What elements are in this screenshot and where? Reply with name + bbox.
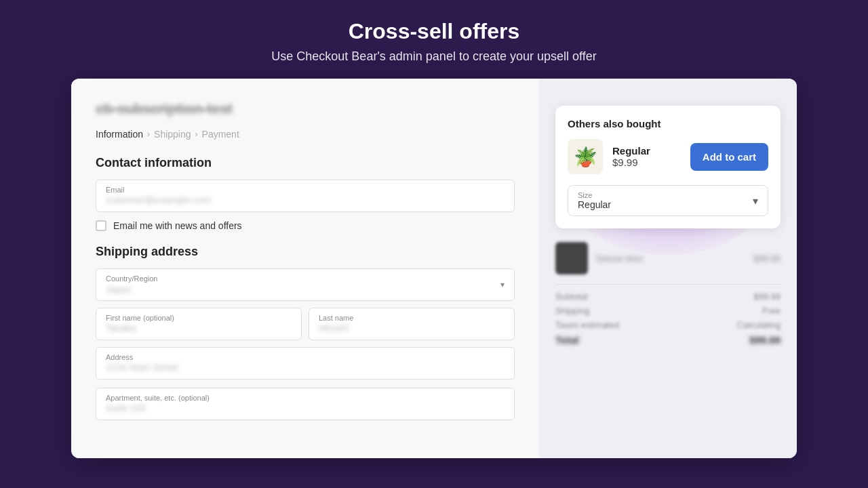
apartment-field[interactable]: Apartment, suite, etc. (optional) Suite … [96, 388, 515, 420]
name-fields-row: First name (optional) Tanaka Last name H… [96, 308, 515, 340]
order-item-price: $99.99 [753, 253, 781, 264]
shipping-label: Shipping [555, 306, 590, 316]
last-name-value: Hiroshi [319, 323, 349, 333]
product-image: 🪴 [568, 139, 603, 174]
shipping-row: Shipping Free [555, 306, 781, 316]
offer-title: Others also bought [568, 118, 768, 129]
size-label: Size [578, 191, 611, 199]
subtotal-label: Subtotal [555, 291, 588, 302]
taxes-value: Calculating [737, 320, 781, 330]
order-summary-panel: Others also bought 🪴 Regular $9.99 Add t… [539, 79, 797, 458]
page-header: Cross-sell offers Use Checkout Bear's ad… [258, 0, 610, 79]
country-chevron-icon: ▾ [500, 280, 505, 289]
first-name-field[interactable]: First name (optional) Tanaka [96, 308, 302, 340]
breadcrumb-shipping[interactable]: Shipping [154, 129, 191, 140]
breadcrumb: Information › Shipping › Payment [96, 129, 515, 140]
order-item: Deluxe Item $99.99 [555, 242, 781, 274]
order-totals: Subtotal $99.99 Shipping Free Taxes esti… [555, 284, 781, 346]
product-name: Regular [612, 145, 681, 157]
apartment-group: Apartment, suite, etc. (optional) Suite … [96, 388, 515, 420]
email-field-wrapper[interactable]: Email customer@example.com [96, 180, 515, 212]
country-select[interactable]: Country/Region Japan ▾ [96, 268, 515, 301]
main-card: cb-subscription-test Information › Shipp… [71, 79, 797, 458]
apartment-value: Suite 100 [106, 403, 146, 413]
checkout-left-panel: cb-subscription-test Information › Shipp… [71, 79, 539, 458]
first-name-label: First name (optional) [106, 314, 292, 322]
last-name-label: Last name [319, 314, 505, 322]
add-to-cart-button[interactable]: Add to cart [690, 143, 768, 171]
subtotal-row: Subtotal $99.99 [555, 291, 781, 302]
shipping-section: Shipping address Country/Region Japan ▾ … [96, 245, 515, 420]
taxes-row: Taxes estimated Calculating [555, 320, 781, 330]
grand-total-row: Total $99.99 [555, 334, 781, 346]
breadcrumb-sep-1: › [147, 129, 150, 139]
order-summary: Deluxe Item $99.99 Subtotal $99.99 Shipp… [555, 242, 781, 346]
taxes-label: Taxes estimated [555, 320, 619, 330]
email-label: Email [106, 186, 505, 194]
shipping-section-title: Shipping address [96, 245, 515, 259]
address-label: Address [106, 353, 505, 361]
contact-section-title: Contact information [96, 156, 515, 170]
product-emoji: 🪴 [574, 146, 597, 168]
email-opt-in-checkbox[interactable] [96, 220, 106, 231]
breadcrumb-sep-2: › [195, 129, 198, 139]
email-group: Email customer@example.com [96, 180, 515, 212]
country-value: Japan [106, 284, 132, 295]
breadcrumb-information[interactable]: Information [96, 129, 143, 140]
last-name-field[interactable]: Last name Hiroshi [309, 308, 515, 340]
shipping-value: Free [762, 306, 781, 316]
size-value: Regular [578, 199, 611, 210]
page-subtitle: Use Checkout Bear's admin panel to creat… [271, 49, 596, 64]
address-value: 1234 Main Street [106, 362, 178, 373]
offer-product-row: 🪴 Regular $9.99 Add to cart [568, 139, 768, 174]
address-group: Address 1234 Main Street [96, 347, 515, 380]
address-field[interactable]: Address 1234 Main Street [96, 347, 515, 380]
order-item-name: Deluxe Item [596, 253, 745, 264]
product-price: $9.99 [612, 157, 681, 168]
breadcrumb-payment[interactable]: Payment [202, 129, 239, 140]
email-value: customer@example.com [106, 195, 211, 205]
store-title: cb-subscription-test [96, 100, 515, 118]
size-selector[interactable]: Size Regular ▾ [568, 185, 768, 216]
country-label: Country/Region [106, 274, 157, 283]
product-info: Regular $9.99 [612, 145, 681, 168]
size-chevron-icon: ▾ [753, 195, 758, 207]
total-label: Total [555, 334, 579, 346]
apartment-label: Apartment, suite, etc. (optional) [106, 394, 505, 402]
order-item-image [555, 242, 588, 274]
cross-sell-offer-card: Others also bought 🪴 Regular $9.99 Add t… [555, 106, 781, 228]
page-title: Cross-sell offers [271, 19, 596, 44]
total-value: $99.99 [749, 334, 781, 346]
email-opt-in-row: Email me with news and offers [96, 220, 515, 231]
subtotal-value: $99.99 [753, 291, 781, 302]
email-opt-in-label: Email me with news and offers [113, 220, 242, 231]
first-name-value: Tanaka [106, 323, 136, 333]
